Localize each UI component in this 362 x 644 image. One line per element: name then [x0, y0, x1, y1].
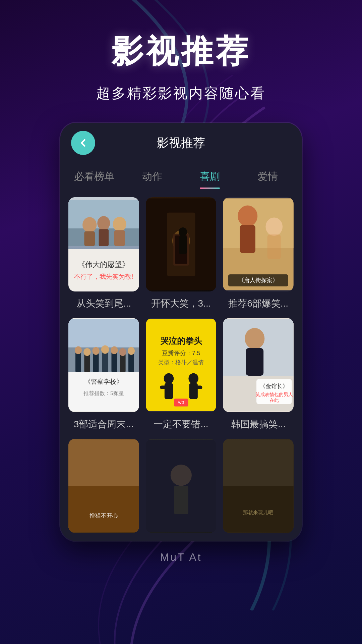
svg-point-13 [179, 227, 187, 236]
bottom-thumb-1: 撸猫不开心 [68, 439, 139, 533]
svg-point-34 [111, 346, 118, 354]
bottom-card-1[interactable]: 撸猫不开心 [68, 439, 139, 533]
svg-rect-20 [267, 234, 281, 259]
svg-text:哭泣的拳头: 哭泣的拳头 [160, 336, 202, 345]
svg-rect-48 [160, 386, 166, 389]
video-caption-2: 开怀大笑，3... [146, 297, 217, 310]
video-thumbnail-3: 《唐人街探案》 [223, 197, 294, 291]
video-caption-6: 韩国最搞笑... [223, 418, 294, 431]
video-thumbnail-6: 《金馆长》 笑成表情包的男人 在此 [223, 318, 294, 412]
video-thumbnail-5: 哭泣的拳头 豆瓣评分：7.5 类型：格斗／温情 wtf [146, 318, 217, 412]
video-card-3[interactable]: 《唐人街探案》 推荐6部爆笑... [223, 197, 294, 310]
video-card-6[interactable]: 《金馆长》 笑成表情包的男人 在此 韩国最搞笑... [223, 318, 294, 431]
svg-point-26 [75, 346, 82, 354]
svg-text:《唐人街探案》: 《唐人街探案》 [238, 277, 278, 283]
video-card-2[interactable]: 开怀大笑，3... [146, 197, 217, 310]
svg-point-36 [119, 348, 126, 356]
svg-rect-57 [246, 348, 264, 376]
svg-point-32 [101, 345, 109, 354]
svg-text:《金馆长》: 《金馆长》 [260, 383, 289, 389]
bottom-cards-row: 撸猫不开心 [68, 439, 294, 533]
tab-action[interactable]: 动作 [125, 163, 180, 189]
video-thumbnail-4: 《警察学校》 推荐指数：5颗星 [68, 318, 139, 412]
video-thumbnail-2 [146, 197, 217, 291]
card2-scene [146, 197, 217, 291]
card1-text: 《伟大的愿望》 不行了，我先笑为敬! [70, 249, 137, 291]
svg-rect-14 [179, 236, 187, 254]
card1-movie-title-text: 《伟大的愿望》 [74, 260, 133, 270]
video-grid-row2: 《警察学校》 推荐指数：5颗星 3部适合周末... 哭泣的拳头 豆瓣评分：7.5… [68, 318, 294, 431]
video-card-1[interactable]: 《伟大的愿望》 不行了，我先笑为敬! 从头笑到尾... [68, 197, 139, 310]
svg-rect-50 [189, 383, 197, 399]
svg-point-49 [188, 373, 198, 384]
phone-title-text: 影视推荐 [95, 135, 267, 151]
svg-point-6 [113, 217, 126, 231]
svg-rect-7 [114, 230, 125, 246]
phone-topbar: 影视推荐 [60, 123, 302, 163]
svg-rect-51 [196, 386, 202, 389]
back-button[interactable] [71, 131, 95, 155]
svg-text:笑成表情包的男人: 笑成表情包的男人 [255, 392, 293, 397]
card1-image [68, 197, 139, 249]
svg-point-4 [97, 216, 110, 230]
video-caption-3: 推荐6部爆笑... [223, 297, 294, 310]
phone-mockup: 影视推荐 必看榜单 动作 喜剧 爱情 [60, 123, 302, 541]
svg-rect-67 [174, 486, 188, 514]
svg-text:推荐指数：5颗星: 推荐指数：5颗星 [83, 390, 124, 396]
svg-text:豆瓣评分：7.5: 豆瓣评分：7.5 [162, 350, 200, 357]
bottom-card-3[interactable]: 那就来玩儿吧 [223, 439, 294, 533]
video-card-5[interactable]: 哭泣的拳头 豆瓣评分：7.5 类型：格斗／温情 wtf [146, 318, 217, 431]
svg-point-30 [93, 347, 100, 355]
svg-point-38 [128, 347, 135, 355]
bottom-card-2[interactable] [146, 439, 217, 533]
svg-point-28 [83, 348, 90, 356]
video-caption-1: 从头笑到尾... [68, 297, 139, 310]
svg-text:wtf: wtf [178, 400, 184, 405]
svg-point-46 [164, 373, 173, 384]
svg-point-19 [266, 217, 283, 236]
bottom-thumb-2 [146, 439, 217, 533]
video-card-4[interactable]: 《警察学校》 推荐指数：5颗星 3部适合周末... [68, 318, 139, 431]
svg-rect-69 [223, 486, 294, 532]
svg-text:《警察学校》: 《警察学校》 [84, 378, 123, 385]
svg-point-2 [82, 217, 97, 232]
svg-point-17 [238, 206, 258, 227]
content-area: 《伟大的愿望》 不行了，我先笑为敬! 从头笑到尾... [60, 189, 302, 541]
tab-must-watch[interactable]: 必看榜单 [67, 163, 122, 189]
page-sub-title: 超多精彩影视内容随心看 [0, 84, 362, 103]
bottom-hint: MuT At [0, 541, 362, 577]
video-thumbnail-1: 《伟大的愿望》 不行了，我先笑为敬! [68, 197, 139, 291]
svg-text:撸猫不开心: 撸猫不开心 [89, 513, 118, 519]
svg-rect-47 [164, 383, 173, 399]
tab-bar: 必看榜单 动作 喜剧 爱情 [60, 163, 302, 189]
svg-text:类型：格斗／温情: 类型：格斗／温情 [158, 359, 204, 366]
svg-rect-3 [84, 231, 95, 246]
svg-point-56 [245, 328, 265, 349]
svg-rect-5 [99, 229, 109, 246]
svg-text:在此: 在此 [269, 398, 279, 403]
tab-comedy[interactable]: 喜剧 [183, 163, 237, 189]
svg-rect-16 [223, 199, 294, 248]
svg-point-66 [170, 465, 191, 486]
page-main-title: 影视推荐 [0, 30, 362, 74]
video-grid-row1: 《伟大的愿望》 不行了，我先笑为敬! 从头笑到尾... [68, 197, 294, 310]
tab-romance[interactable]: 爱情 [241, 163, 295, 189]
bottom-hint-text: MuT At [160, 551, 202, 563]
svg-text:那就来玩儿吧: 那就来玩儿吧 [243, 510, 274, 515]
svg-rect-18 [240, 225, 255, 253]
card1-movie-desc-text: 不行了，我先笑为敬! [74, 272, 133, 281]
video-caption-4: 3部适合周末... [68, 418, 139, 431]
bottom-thumb-3: 那就来玩儿吧 [223, 439, 294, 533]
svg-rect-63 [68, 486, 139, 532]
back-icon [77, 137, 89, 149]
video-caption-5: 一定不要错... [146, 418, 217, 431]
header-section: 影视推荐 超多精彩影视内容随心看 [0, 0, 362, 123]
